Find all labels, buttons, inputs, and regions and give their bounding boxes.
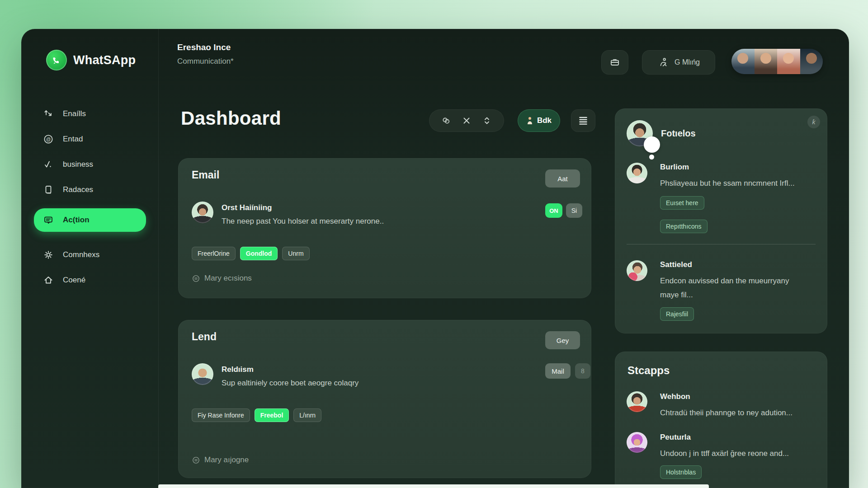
stcapps-card-title: Stcapps [627, 364, 670, 377]
contact-tag[interactable]: Euıset here [660, 196, 704, 210]
tag-green[interactable]: Gondlod [240, 247, 278, 260]
sidebar-item-label: Ac(tion [63, 216, 90, 225]
tag[interactable]: Fiy Rase Infonre [192, 408, 250, 422]
sidebar-item-comnhexs[interactable]: Comnhexs [34, 244, 146, 265]
document-icon [43, 184, 54, 195]
workspace-header: Ereshao Ince Communication* [177, 42, 234, 66]
avatar [777, 49, 800, 74]
sidebar-item-action[interactable]: Ac(tion [34, 208, 146, 232]
lend-tags: Fiy Rase Infonre Freebol L/ınrn [192, 408, 321, 422]
speech-bubble-dot [649, 155, 654, 160]
partial-badge: 8 [575, 363, 590, 379]
gear-icon [43, 249, 54, 260]
chat-icon [43, 215, 54, 225]
contact-name: Burliom [660, 163, 689, 172]
divider [627, 244, 816, 244]
contact-tag[interactable]: Holstrıblas [660, 465, 702, 479]
sidebar-item-label: Coené [63, 276, 85, 285]
email-card: Email Aat Orst Haiíniing The neep past Y… [178, 158, 591, 298]
on-badge: ON [545, 203, 562, 218]
tag[interactable]: L/ınrn [293, 408, 321, 422]
sort-icon[interactable] [481, 115, 492, 126]
briefcase-button[interactable] [601, 50, 628, 75]
lend-card: Lend Gey Reldıism Sup ealtiniely coore b… [178, 320, 591, 478]
si-badge: Si [566, 203, 582, 218]
speech-bubble [644, 136, 660, 153]
bdk-button-label: Bdk [537, 116, 552, 125]
avatar [731, 49, 755, 74]
aat-button[interactable]: Aat [545, 169, 580, 188]
tag[interactable]: Unrm [282, 247, 309, 260]
figure-icon [657, 56, 669, 68]
team-avatars[interactable] [731, 49, 823, 74]
mail-badge: Mail [545, 363, 571, 379]
contact-tag[interactable]: Repıtthıcons [660, 220, 708, 233]
menu-button[interactable] [571, 109, 595, 132]
brand-name: WhatSApp [73, 53, 136, 67]
person-emoji-icon [526, 117, 533, 125]
tag-green[interactable]: Freebol [255, 408, 289, 422]
check-icon [43, 159, 54, 170]
stcapps-card: Stcapps Wehbon Chtradü theii phannge to … [615, 352, 827, 488]
svg-text:@: @ [46, 136, 51, 142]
lend-card-title: Lend [192, 331, 217, 343]
scribble-icon[interactable] [441, 115, 452, 126]
close-icon[interactable] [461, 115, 472, 126]
sidebar-item-enaills[interactable]: Enaílls [34, 103, 146, 124]
bottom-scroll-strip[interactable] [158, 484, 709, 488]
email-footer-label: Mary ecısions [204, 274, 252, 283]
sidebar-item-coene[interactable]: Coené [34, 270, 146, 291]
at-circle-icon: @ [43, 134, 54, 145]
app-window: WhatSApp Enaílls @ Entad [21, 29, 849, 488]
contact-avatar [627, 163, 647, 183]
sidebar-item-label: Radaces [63, 185, 93, 194]
sidebar-item-label: Entad [63, 135, 83, 144]
contact-name: Sattieled [660, 260, 692, 269]
sender-avatar [192, 202, 213, 223]
contact-message: Phsliayeau but he ssam nncmnent Irfl... [660, 176, 819, 190]
whatsapp-logo-icon [46, 50, 67, 70]
contact-tag[interactable]: Rajesfiil [660, 307, 694, 321]
sidebar-item-label: Enaílls [63, 109, 86, 118]
dashboard-toolbar [429, 109, 504, 132]
contact-avatar [627, 260, 647, 281]
home-icon [43, 275, 54, 286]
brand-logo: WhatSApp [46, 50, 136, 70]
sender-avatar [192, 363, 213, 385]
sidebar-item-radaces[interactable]: Radaces [34, 179, 146, 200]
sidebar-item-label: Comnhexs [63, 250, 99, 259]
contact-message: Chtradü theii phannge to ney adution... [660, 406, 819, 420]
sidebar: WhatSApp Enaílls @ Entad [21, 29, 159, 488]
hamburger-icon [577, 115, 589, 127]
bdk-button[interactable]: Bdk [518, 109, 560, 132]
email-tags: FreerlOrine Gondlod Unrm [192, 247, 310, 260]
gey-button[interactable]: Gey [545, 331, 580, 349]
sidebar-item-entad[interactable]: @ Entad [34, 129, 146, 150]
sender-name: Orst Haiíniing [222, 203, 272, 212]
ming-button[interactable]: G Mlıńg [642, 50, 715, 75]
workspace-subtitle: Communication* [177, 57, 234, 66]
email-preview: The neep past You holser at meserarty ne… [222, 217, 384, 226]
contact-message: Undoon j in ttff axärl ğree reone and... [660, 446, 819, 460]
ming-button-label: G Mlıńg [675, 58, 700, 66]
arrows-icon [43, 108, 54, 119]
workspace-title: Ereshao Ince [177, 42, 234, 52]
email-footer: Mary ecısions [192, 274, 252, 283]
sidebar-item-business[interactable]: business [34, 154, 146, 175]
sender-name: Reldıism [222, 365, 254, 374]
briefcase-icon [609, 56, 621, 68]
circle-lines-icon [192, 274, 200, 283]
contacts-card-title: Fotıelos [661, 128, 696, 139]
contact-avatar [627, 432, 647, 453]
sidebar-nav: Enaílls @ Entad business [34, 103, 146, 291]
contacts-card: Fotıelos ƙ Burliom Phsliayeau but he ssa… [615, 108, 827, 333]
sidebar-item-label: business [63, 160, 93, 169]
contact-avatar [627, 391, 647, 412]
lend-footer: Mary aıjogne [192, 455, 249, 465]
contact-name: Peuturla [660, 433, 691, 442]
contact-message: Endcon auvissed dan the mueurryany maye … [660, 274, 803, 302]
tag[interactable]: FreerlOrine [192, 247, 236, 260]
k-badge-icon[interactable]: ƙ [807, 116, 820, 128]
page: { "brand": { "name": "WhatSApp" }, "work… [0, 0, 868, 488]
page-title: Dashboard [181, 108, 281, 129]
